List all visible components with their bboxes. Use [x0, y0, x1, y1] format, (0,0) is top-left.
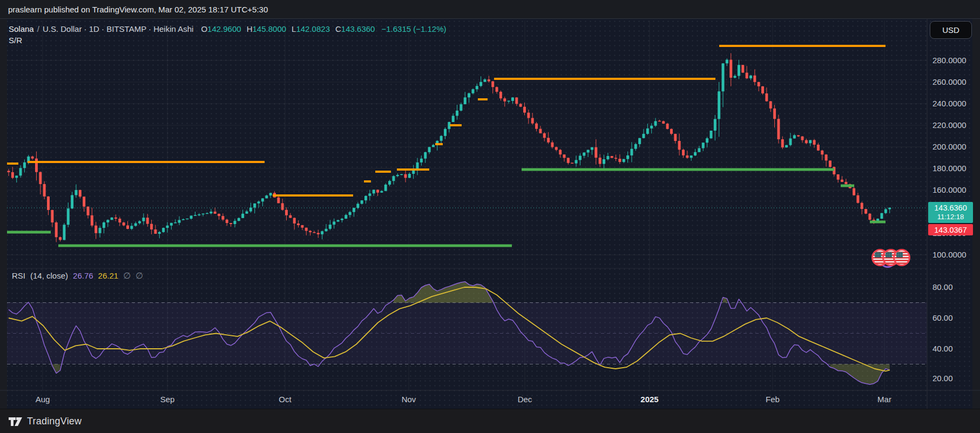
rsi-value: 26.76 — [73, 271, 93, 280]
tradingview-logo-icon — [9, 416, 23, 427]
symbol-details: U.S. Dollar · 1D · BITSTAMP · Heikin Ash… — [43, 24, 194, 33]
current-price-value: 143.6360 — [928, 203, 973, 213]
left-edge-strip — [0, 19, 7, 409]
rsi-ma-value: 26.21 — [98, 271, 119, 280]
change-value: −1.6315 (−1.12%) — [381, 24, 446, 33]
tradingview-logo[interactable]: TradingView — [9, 416, 82, 427]
high-value: 145.8000 — [253, 24, 287, 33]
close-label: C — [335, 24, 341, 33]
open-label: O — [201, 24, 207, 33]
tradingview-logo-text: TradingView — [27, 416, 82, 427]
rsi-title[interactable]: RSI — [12, 271, 25, 280]
empty-set-icon: ∅ — [136, 270, 143, 281]
ohlc-values: O142.9600 H145.8000 L142.0823 C143.6360 … — [201, 24, 446, 33]
right-edge-strip — [972, 19, 980, 409]
open-value: 142.9600 — [207, 24, 241, 33]
rsi-params: (14, close) — [30, 271, 68, 280]
symbol-header[interactable]: Solana / U.S. Dollar · 1D · BITSTAMP · H… — [9, 24, 447, 33]
rsi-header[interactable]: RSI (14, close) 26.76 26.21 ∅ ∅ — [12, 270, 143, 281]
close-value: 143.6360 — [341, 24, 375, 33]
attribution-text: praslearn published on TradingView.com, … — [8, 5, 268, 14]
empty-set-icon: ∅ — [123, 270, 131, 281]
symbol-name[interactable]: Solana — [9, 24, 34, 33]
secondary-price-label: 143.0367 — [928, 224, 973, 235]
currency-toggle-button[interactable]: USD — [930, 21, 972, 39]
sr-indicator-label[interactable]: S/R — [9, 36, 22, 45]
tradingview-snapshot: praslearn published on TradingView.com, … — [0, 0, 980, 433]
bar-countdown: 11:12:18 — [928, 213, 973, 221]
current-price-label: 143.6360 11:12:18 — [928, 202, 973, 223]
flag-markers[interactable] — [878, 248, 910, 267]
us-flag-icon[interactable] — [893, 249, 910, 266]
high-label: H — [247, 24, 253, 33]
chart-background[interactable] — [0, 19, 980, 409]
footer-bar: TradingView — [0, 409, 980, 433]
attribution-bar: praslearn published on TradingView.com, … — [0, 0, 980, 19]
symbol-separator: / — [37, 24, 39, 33]
low-value: 142.0823 — [296, 24, 330, 33]
